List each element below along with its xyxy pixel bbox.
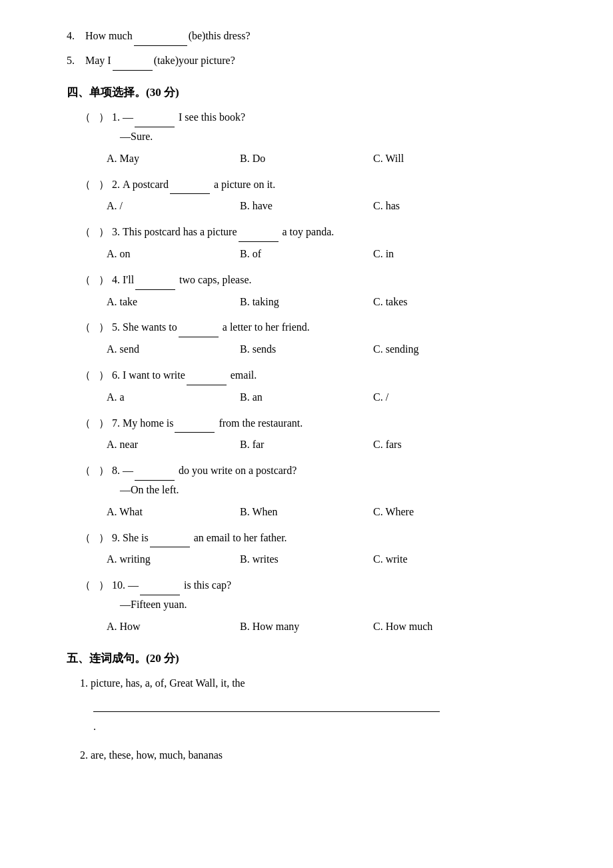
- q5-text-after: (take)your picture?: [154, 55, 235, 66]
- reorder-q2-num: 2.: [80, 749, 91, 761]
- q8-opt-a: A. What: [107, 503, 240, 522]
- q4-options: A. take B. taking C. takes: [107, 293, 573, 312]
- q6-opt-a: A. a: [107, 388, 240, 407]
- mc-q9: （ ） 9. She is an email to her father. A.…: [67, 529, 573, 570]
- q2-opt-b: B. have: [240, 197, 373, 216]
- reorder-q1-period: .: [93, 721, 96, 732]
- mc-q5: （ ） 5. She wants to a letter to her frie…: [67, 318, 573, 359]
- mc-q7: （ ） 7. My home is from the restaurant. A…: [67, 414, 573, 455]
- q9-opt-c: C. write: [373, 550, 506, 569]
- reorder-q1: 1. picture, has, a, of, Great Wall, it, …: [67, 674, 573, 737]
- q1-text: I see this book?: [176, 111, 245, 123]
- q2-opt-a: A. /: [107, 197, 240, 216]
- mc-q10: （ ） 10. — is this cap? —Fifteen yuan. A.…: [67, 576, 573, 636]
- mc-q1: （ ） 1. — I see this book? —Sure. A. May …: [67, 108, 573, 168]
- q4-text-before: How much: [85, 30, 133, 41]
- q3-options: A. on B. of C. in: [107, 245, 573, 264]
- q5-num: 5.: [67, 55, 75, 66]
- section4-title: 四、单项选择。(30 分): [67, 83, 573, 103]
- q8-sub-answer: —On the left.: [120, 481, 573, 500]
- q3-opt-c: C. in: [373, 245, 506, 264]
- q9-opt-b: B. writes: [240, 550, 373, 569]
- reorder-q2-words: are, these, how, much, bananas: [91, 749, 223, 761]
- q4-num: 4.: [67, 30, 75, 41]
- q4-opt-a: A. take: [107, 293, 240, 312]
- reorder-q1-words: picture, has, a, of, Great Wall, it, the: [91, 677, 245, 689]
- q6-opt-c: C. /: [373, 388, 506, 407]
- q3-opt-b: B. of: [240, 245, 373, 264]
- q5-opt-b: B. sends: [240, 340, 373, 359]
- q10-opt-b: B. How many: [240, 617, 373, 637]
- q5-options: A. send B. sends C. sending: [107, 340, 573, 359]
- q5-opt-c: C. sending: [373, 340, 506, 359]
- q2-options: A. / B. have C. has: [107, 197, 573, 216]
- q5-opt-a: A. send: [107, 340, 240, 359]
- q10-options: A. How B. How many C. How much: [107, 617, 573, 637]
- q1-sub-answer: —Sure.: [120, 127, 573, 147]
- q1-opt-c: C. Will: [373, 149, 506, 169]
- reorder-q1-num: 1.: [80, 677, 91, 689]
- q4-opt-b: B. taking: [240, 293, 373, 312]
- q5-text-before: May I: [85, 55, 111, 66]
- reorder-q1-answer-line: [93, 699, 440, 712]
- q7-opt-a: A. near: [107, 435, 240, 455]
- q1-options: A. May B. Do C. Will: [107, 149, 573, 169]
- q8-opt-b: B. When: [240, 503, 373, 522]
- q4-opt-c: C. takes: [373, 293, 506, 312]
- q6-options: A. a B. an C. /: [107, 388, 573, 407]
- q9-options: A. writing B. writes C. write: [107, 550, 573, 569]
- q7-opt-c: C. fars: [373, 435, 506, 455]
- q7-options: A. near B. far C. fars: [107, 435, 573, 455]
- fill-q5: 5. May I(take)your picture?: [67, 51, 573, 71]
- q10-opt-c: C. How much: [373, 617, 506, 637]
- section5-title: 五、连词成句。(20 分): [67, 649, 573, 669]
- q1-opt-a: A. May: [107, 149, 240, 169]
- reorder-q2: 2. are, these, how, much, bananas: [67, 746, 573, 765]
- q9-opt-a: A. writing: [107, 550, 240, 569]
- q1-num: 1. —: [112, 111, 133, 123]
- mc-q6: （ ） 6. I want to write email. A. a B. an…: [67, 366, 573, 407]
- q10-opt-a: A. How: [107, 617, 240, 637]
- q7-opt-b: B. far: [240, 435, 373, 455]
- mc-q4: （ ） 4. I'll two caps, please. A. take B.…: [67, 271, 573, 312]
- q2-opt-c: C. has: [373, 197, 506, 216]
- mc-q3: （ ） 3. This postcard has a picture a toy…: [67, 223, 573, 264]
- q3-opt-a: A. on: [107, 245, 240, 264]
- q1-opt-b: B. Do: [240, 149, 373, 169]
- q8-options: A. What B. When C. Where: [107, 503, 573, 522]
- q1-paren-left: （: [80, 111, 91, 123]
- q4-text-after: (be)this dress?: [189, 30, 251, 41]
- q10-sub-answer: —Fifteen yuan.: [120, 595, 573, 615]
- q8-opt-c: C. Where: [373, 503, 506, 522]
- mc-q2: （ ） 2. A postcard a picture on it. A. / …: [67, 175, 573, 217]
- mc-q8: （ ） 8. — do you write on a postcard? —On…: [67, 461, 573, 521]
- fill-q4: 4. How much(be)this dress?: [67, 27, 573, 46]
- q6-opt-b: B. an: [240, 388, 373, 407]
- q1-paren-right: ）: [99, 111, 109, 123]
